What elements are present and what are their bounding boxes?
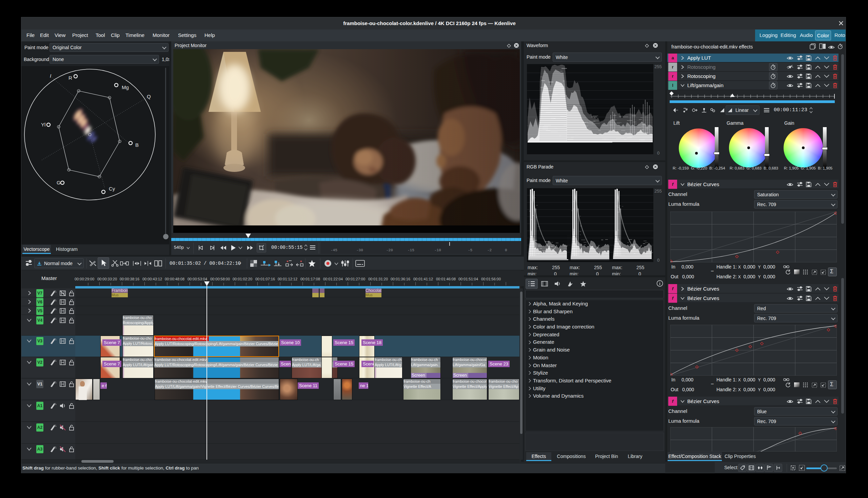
svg-text:Yl: Yl <box>41 122 45 128</box>
svg-text:G: G <box>57 180 61 185</box>
svg-text:Q: Q <box>147 94 151 99</box>
svg-text:I: I <box>50 73 51 79</box>
svg-text:B: B <box>135 142 139 148</box>
svg-text:Cy: Cy <box>109 186 115 192</box>
svg-text:R: R <box>68 75 72 81</box>
svg-text:Mg: Mg <box>122 84 129 90</box>
